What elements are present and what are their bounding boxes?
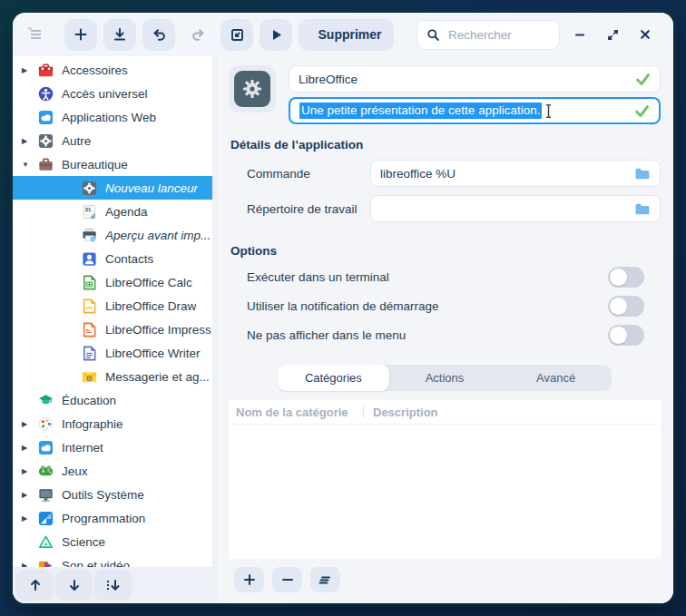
tab-categories[interactable]: Catégories <box>278 365 389 391</box>
execute-button[interactable] <box>260 19 292 51</box>
sidebar-item-label: Internet <box>62 441 103 455</box>
command-input[interactable]: libreoffice %U <box>370 160 661 187</box>
workdir-input[interactable] <box>370 195 661 222</box>
expander-collapsed-icon[interactable]: ▶ <box>20 491 36 499</box>
toggle-ne-pas-afficher-dans-le-menu[interactable] <box>608 325 644 346</box>
expander-collapsed-icon[interactable]: ▶ <box>20 66 36 74</box>
sidebar-item-acces-universel[interactable]: Accès universel <box>13 82 218 105</box>
category-actions <box>229 559 661 592</box>
description-input[interactable]: Une petite présentation de cette applica… <box>289 97 661 124</box>
sidebar-item-applications-web[interactable]: Applications Web <box>13 105 218 129</box>
categories-table-body[interactable] <box>229 425 661 559</box>
sidebar-item-label: LibreOffice Writer <box>105 347 201 360</box>
delete-button-label: Supprimer <box>318 27 382 42</box>
sidebar-item-messagerie-et-ag[interactable]: Messagerie et ag... <box>13 365 218 388</box>
revert-button[interactable] <box>220 19 253 51</box>
description-selected-text: Une petite présentation de cette applica… <box>299 103 542 119</box>
sidebar-item-son-et-video[interactable]: ▶Son et vidéo <box>13 553 218 567</box>
sidebar-item-jeux[interactable]: ▶Jeux <box>13 459 218 483</box>
maximize-button[interactable] <box>599 21 626 48</box>
lo-impress-icon <box>80 320 98 338</box>
sidebar-item-internet[interactable]: ▶Internet <box>13 435 218 459</box>
print-preview-icon <box>80 226 98 244</box>
toggle-utiliser-la-notification-de-demarrage[interactable] <box>608 296 644 317</box>
search-input[interactable] <box>446 27 550 43</box>
option-row-executer-dans-un-terminal: Exécuter dans un terminal <box>247 266 644 288</box>
search-box[interactable] <box>416 20 560 50</box>
sidebar-item-label: LibreOffice Calc <box>105 276 192 289</box>
sidebar-item-label: LibreOffice Impress <box>105 323 211 337</box>
games-icon <box>36 462 54 480</box>
remove-category-button[interactable] <box>272 567 302 592</box>
expander-collapsed-icon[interactable]: ▶ <box>20 467 36 475</box>
other-icon <box>36 132 54 150</box>
sidebar-item-autre[interactable]: ▶Autre <box>13 129 218 152</box>
sidebar-item-libreoffice-impress[interactable]: LibreOffice Impress <box>13 318 218 341</box>
sidebar-item-science[interactable]: Science <box>13 530 218 553</box>
detail-tabs: CatégoriesActionsAvancé <box>278 365 612 391</box>
sidebar-item-label: Messagerie et ag... <box>105 370 210 384</box>
sidebar-item-apercu-avant-imp[interactable]: Aperçu avant imp... <box>13 223 218 247</box>
move-down-button[interactable] <box>55 570 93 601</box>
sidebar-item-agenda[interactable]: 31Agenda <box>13 200 218 223</box>
command-value: libreoffice %U <box>380 167 456 181</box>
delete-button[interactable]: Supprimer <box>299 19 394 51</box>
column-description: Description <box>364 406 438 419</box>
sidebar-item-outils-systeme[interactable]: ▶Outils Système <box>13 483 218 506</box>
sidebar-item-programmation[interactable]: ▶Programmation <box>13 506 218 530</box>
sidebar-scrollbar[interactable] <box>212 56 218 567</box>
sound-video-icon <box>36 556 54 567</box>
lo-writer-icon <box>80 344 98 362</box>
menu-editor-window: Supprimer ▶AccessoiresAccès universelApp… <box>13 13 673 603</box>
expander-collapsed-icon[interactable]: ▶ <box>20 514 36 523</box>
description-valid-check-icon <box>634 104 650 118</box>
save-button[interactable] <box>103 19 136 51</box>
sidebar-item-education[interactable]: Éducation <box>13 388 218 412</box>
sidebar-item-libreoffice-calc[interactable]: LibreOffice Calc <box>13 270 218 294</box>
sidebar-item-libreoffice-draw[interactable]: LibreOffice Draw <box>13 294 218 318</box>
expander-collapsed-icon[interactable]: ▶ <box>20 420 36 428</box>
add-category-button[interactable] <box>234 567 264 592</box>
move-up-button[interactable] <box>16 570 54 601</box>
sidebar-item-accessoires[interactable]: ▶Accessoires <box>13 58 218 82</box>
sidebar-item-nouveau-lanceur[interactable]: Nouveau lanceur <box>13 176 218 200</box>
sort-descending-button[interactable] <box>94 570 132 601</box>
tab-actions[interactable]: Actions <box>389 365 501 391</box>
education-icon <box>36 391 54 409</box>
sidebar-item-label: LibreOffice Draw <box>105 299 196 313</box>
add-launcher-button[interactable] <box>64 19 97 51</box>
workdir-label: Répertoire de travail <box>247 202 370 216</box>
search-icon <box>426 28 440 42</box>
toggle-knob <box>610 298 627 315</box>
sidebar-item-contacts[interactable]: Contacts <box>13 247 218 270</box>
redo-button[interactable] <box>181 19 214 51</box>
sidebar-item-libreoffice-writer[interactable]: LibreOffice Writer <box>13 341 218 365</box>
window-controls <box>566 21 659 48</box>
undo-button[interactable] <box>142 19 175 51</box>
browse-command-folder-icon[interactable] <box>634 167 651 181</box>
expander-collapsed-icon[interactable]: ▶ <box>20 444 36 452</box>
toggle-executer-dans-un-terminal[interactable] <box>608 267 644 288</box>
sidebar-item-bureautique[interactable]: ▼Bureautique <box>13 152 218 176</box>
tab-avance[interactable]: Avancé <box>500 365 612 391</box>
sidebar-item-label: Bureautique <box>62 158 128 171</box>
launcher-icon-button[interactable] <box>229 65 276 112</box>
browse-workdir-folder-icon[interactable] <box>634 202 651 216</box>
sidebar-item-infographie[interactable]: ▶Infographie <box>13 412 218 435</box>
system-tools-icon <box>36 485 54 504</box>
minimize-button[interactable] <box>566 21 593 48</box>
name-valid-check-icon <box>635 73 651 86</box>
programming-icon <box>36 509 54 527</box>
option-row-utiliser-la-notification-de-demarrage: Utiliser la notification de démarrage <box>247 295 644 317</box>
expander-collapsed-icon[interactable]: ▶ <box>20 137 36 145</box>
toggle-knob <box>610 269 627 286</box>
expander-expanded-icon[interactable]: ▼ <box>20 161 36 169</box>
name-input[interactable]: LibreOffice <box>289 65 661 93</box>
clear-categories-button[interactable] <box>310 567 340 592</box>
option-row-ne-pas-afficher-dans-le-menu: Ne pas afficher dans le menu <box>247 324 644 346</box>
office-icon <box>36 155 54 173</box>
categories-table: Nom de la catégorie Description <box>229 400 661 559</box>
app-logo-icon <box>27 25 45 44</box>
close-button[interactable] <box>632 21 659 48</box>
sidebar-item-label: Agenda <box>105 205 148 219</box>
